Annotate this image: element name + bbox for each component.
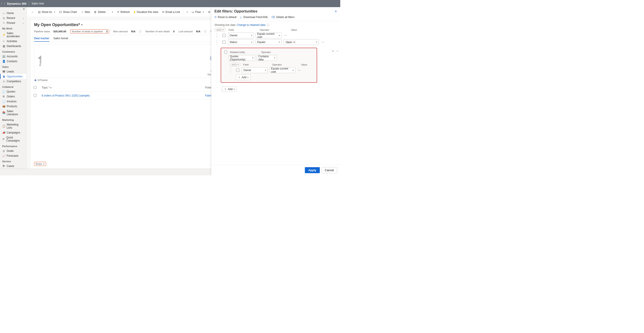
tab-deal-tracker[interactable]: Deal tracker — [34, 35, 50, 42]
related-entity-select[interactable]: Quotes (Opportunity)▾ — [228, 55, 255, 61]
sidebar-item-dashboards[interactable]: ▦Dashboards — [0, 44, 26, 49]
cmd-delete-split[interactable]: ▾ — [109, 10, 115, 14]
outer-add-button[interactable]: ＋Add▾ — [222, 86, 237, 92]
col-topic[interactable]: Topic *▾ — [40, 84, 203, 92]
related-operator-select[interactable]: Contains data▾ — [257, 55, 277, 61]
field-select-status[interactable]: Status▾ — [228, 39, 254, 45]
filter-row-status: Status▾ Equals▾ Open✕▾ ⋯ — [217, 39, 337, 45]
chevron-down-icon: ▾ — [248, 76, 248, 79]
cmd-show-chart[interactable]: 🗠Show Chart — [58, 10, 79, 15]
tab-sales-funnel[interactable]: Sales funnel — [54, 35, 68, 42]
nav-icon: ⌂ — [2, 12, 5, 15]
collapse-icon[interactable]: ⤡ — [332, 50, 334, 53]
sidebar-item-recent[interactable]: ◷Recent⌄ — [0, 16, 26, 21]
panel-toolbar: ⟳Reset to default ⭳Download FetchXML ⌫De… — [211, 15, 340, 21]
sidebar-item-competitors[interactable]: ⚔Competitors — [0, 79, 26, 84]
chevron-down-icon: ▾ — [252, 57, 254, 59]
sidebar-item-quick-campaigns[interactable]: ⟳Quick Campaigns — [0, 135, 26, 143]
cancel-button[interactable]: Cancel — [322, 167, 337, 173]
nav-group-collateral: Collateral — [0, 84, 26, 89]
row-checkbox[interactable] — [222, 41, 226, 44]
reset-to-default-button[interactable]: ⟳Reset to default — [214, 16, 236, 19]
sidebar-item-forecasts[interactable]: 📈Forecasts — [0, 153, 26, 158]
field-select-owner[interactable]: Owner▾ — [228, 33, 254, 38]
nav-icon: 🛠 — [2, 164, 5, 168]
sidebar-item-goals[interactable]: ◎Goals — [0, 148, 26, 153]
sidebar-item-activities[interactable]: ✓Activities — [0, 39, 26, 44]
hamburger-icon[interactable]: ≡ — [0, 7, 26, 11]
row-more-icon[interactable]: ⋯ — [297, 69, 302, 72]
chevron-down-icon: ▾ — [251, 41, 252, 43]
delete-all-filters-button[interactable]: ⌫Delete all filters — [271, 16, 294, 19]
close-icon[interactable]: ✕ — [334, 10, 337, 13]
sidebar-item-campaigns[interactable]: 📣Campaigns — [0, 130, 26, 135]
row-checkbox[interactable] — [222, 34, 226, 37]
sidebar-item-accounts[interactable]: 🏢Accounts — [0, 54, 26, 59]
nav-icon: ⚡ — [2, 33, 5, 36]
nav-icon: 📦 — [2, 105, 5, 108]
inner-filter-row-owner: Owner▾ Equals current user▾ ⋯ — [230, 67, 314, 73]
select-all-checkbox[interactable] — [34, 86, 36, 89]
info-icon[interactable]: i — [267, 24, 270, 26]
chevron-down-icon: ▾ — [50, 87, 52, 89]
cell-topic[interactable]: 6 orders of Product SKU JJ202 (sample) — [40, 92, 203, 100]
row-checkbox[interactable] — [34, 94, 36, 97]
sidebar-item-products[interactable]: 📦Products — [0, 104, 26, 109]
label-operator: Operator — [261, 51, 288, 54]
download-fetchxml-button[interactable]: ⭳Download FetchXML — [240, 16, 268, 19]
inner-add-button[interactable]: ＋Add▾ — [236, 75, 250, 80]
and-operator-chip[interactable]: AND▾ — [214, 28, 226, 32]
sidebar-item-leads[interactable]: ☎Leads — [0, 69, 26, 74]
cmd-visualize[interactable]: ▮Visualize this view — [132, 10, 160, 15]
sidebar-item-quotes[interactable]: 🧾Quotes — [0, 89, 26, 94]
row-more-icon[interactable]: ⋯ — [283, 34, 288, 37]
filter-clear-icon: ⌫ — [271, 16, 275, 19]
cmd-email-split[interactable]: ▾ — [184, 10, 190, 14]
sidebar-item-pinned[interactable]: ✧Pinned⌄ — [0, 21, 26, 26]
info-icon[interactable]: i — [139, 30, 142, 33]
value-select-open[interactable]: Open✕▾ — [283, 39, 319, 45]
chart-icon: 🗠 — [59, 11, 62, 14]
sidebar-item-invoices[interactable]: 🧾Invoices — [0, 99, 26, 104]
cmd-flow[interactable]: ᔕFlow▾ — [190, 10, 206, 15]
row-more-icon[interactable]: ⋯ — [321, 41, 325, 44]
waffle-icon[interactable]: ⋮⋮⋮ — [0, 2, 7, 5]
sidebar-item-sales-accelerator[interactable]: ⚡Sales accelerator — [0, 31, 26, 39]
cmd-refresh[interactable]: ⟳Refresh — [115, 10, 132, 15]
inner-field-select[interactable]: Owner▾ — [242, 67, 268, 73]
remove-tag-icon[interactable]: ✕ — [293, 41, 295, 44]
sidebar-item-opportunities[interactable]: ▣Opportunities — [0, 74, 26, 79]
sidebar-item-home[interactable]: ⌂Home — [0, 11, 26, 16]
nav-icon: ✧ — [2, 22, 5, 25]
cmd-show-as[interactable]: ▤Show As▾ — [36, 10, 57, 15]
operator-select-equals[interactable]: Equals▾ — [256, 39, 282, 45]
apply-button[interactable]: Apply — [305, 167, 320, 173]
chevron-down-icon: ▾ — [292, 69, 294, 71]
sidebar-item-marketing-lists[interactable]: 📋Marketing Lists — [0, 122, 26, 130]
row-checkbox[interactable] — [236, 69, 240, 72]
label-related-entity: Related entity — [230, 51, 261, 54]
change-retained-data-link[interactable]: Change to retained data — [237, 24, 266, 27]
cmd-new[interactable]: ＋New — [79, 9, 92, 15]
report-icon: 🗎 — [208, 11, 211, 14]
chevron-down-icon: ▾ — [186, 11, 188, 13]
cmd-delete[interactable]: 🗑Delete — [92, 10, 107, 15]
back-button[interactable]: ← — [30, 9, 36, 15]
operator-select-equals-current-user[interactable]: Equals current user▾ — [256, 33, 282, 38]
inner-and-chip[interactable]: AND▾ — [230, 63, 241, 66]
sidebar-item-sales-literature[interactable]: 📚Sales Literature — [0, 109, 26, 117]
nav-icon: ⚔ — [2, 80, 5, 83]
cmd-email-link[interactable]: ✉Email a Link — [160, 10, 182, 15]
inner-operator-select[interactable]: Equals current user▾ — [270, 67, 295, 73]
sidebar-item-cases[interactable]: 🛠Cases — [0, 164, 26, 169]
sidebar-item-contacts[interactable]: 👤Contacts — [0, 59, 26, 64]
info-icon[interactable]: i — [204, 30, 206, 33]
live-data-label: Showing live data — [214, 24, 236, 27]
chevron-down-icon: ⌄ — [22, 17, 24, 20]
row-checkbox[interactable] — [224, 51, 227, 54]
layout-icon: ▤ — [38, 11, 40, 14]
row-more-icon[interactable]: ⋯ — [336, 50, 339, 53]
sidebar-item-orders[interactable]: 🗎Orders — [0, 94, 26, 99]
plus-icon: ＋ — [81, 10, 84, 14]
nav-group-marketing: Marketing — [0, 117, 26, 122]
